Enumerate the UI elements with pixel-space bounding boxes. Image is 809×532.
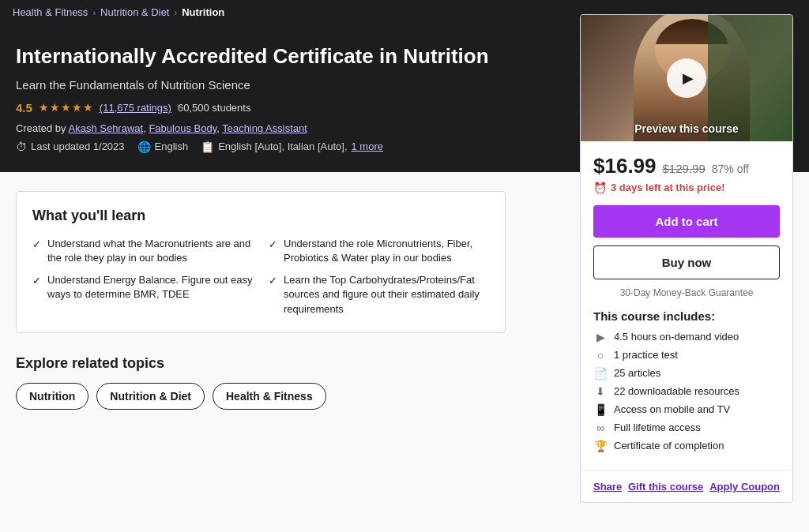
certificate-icon: 🏆 <box>593 440 608 452</box>
breadcrumb-current: Nutrition <box>182 6 224 18</box>
include-item-lifetime: ∞ Full lifetime access <box>593 421 780 434</box>
breadcrumb-sep-2: › <box>174 8 177 17</box>
include-text-test: 1 practice test <box>614 349 678 361</box>
include-item-mobile: 📱 Access on mobile and TV <box>593 403 780 416</box>
creator-3[interactable]: Teaching Assistant <box>222 122 307 134</box>
price-current: $16.99 <box>593 154 657 178</box>
meta-captions: 📋 English [Auto], Italian [Auto], 1 more <box>201 140 383 153</box>
check-icon-3: ✓ <box>269 238 277 252</box>
rating-score: 4.5 <box>16 101 32 114</box>
main-content: What you'll learn ✓ Understand what the … <box>0 172 521 429</box>
breadcrumb: Health & Fitness › Nutrition & Diet › Nu… <box>13 6 224 18</box>
learn-item-3: ✓ Understand the role Micronutrients, Fi… <box>269 237 489 265</box>
breadcrumb-sep-1: › <box>92 8 96 17</box>
main-layout: What you'll learn ✓ Understand what the … <box>0 172 809 519</box>
price-row: $16.99 $129.99 87% off <box>593 154 780 178</box>
check-icon-4: ✓ <box>269 274 277 288</box>
meta-updated-text: Last updated 1/2023 <box>31 140 125 152</box>
topic-pill-nutrition-diet[interactable]: Nutrition & Diet <box>96 383 205 410</box>
learn-text-1: Understand what the Macronutrients are a… <box>47 237 253 265</box>
creators-row: Created by Akash Sehrawat, Fabulous Body… <box>16 122 514 134</box>
check-icon-1: ✓ <box>32 238 41 252</box>
star-4: ★ <box>72 101 82 114</box>
learn-item-1: ✓ Understand what the Macronutrients are… <box>32 237 253 265</box>
coupon-link[interactable]: Apply Coupon <box>709 481 780 493</box>
meta-language: 🌐 English <box>137 140 189 153</box>
include-text-certificate: Certificate of completion <box>614 440 724 451</box>
breadcrumb-nutrition-diet[interactable]: Nutrition & Diet <box>100 6 169 18</box>
learn-text-2: Understand Energy Balance. Figure out ea… <box>47 273 253 302</box>
infinity-icon: ∞ <box>593 421 608 434</box>
includes-title: This course includes: <box>593 309 780 323</box>
learn-title: What you'll learn <box>32 208 489 224</box>
rating-row: 4.5 ★ ★ ★ ★ ★ (11,675 ratings) 60,500 st… <box>16 101 514 114</box>
alarm-icon: ⏰ <box>593 182 607 194</box>
check-icon-2: ✓ <box>32 274 41 288</box>
video-icon: ▶ <box>593 331 608 343</box>
includes-list: ▶ 4.5 hours on-demand video ○ 1 practice… <box>593 331 780 452</box>
price-original: $129.99 <box>663 162 706 175</box>
topic-pills: Nutrition Nutrition & Diet Health & Fitn… <box>16 383 506 410</box>
captions-icon: 📋 <box>201 140 214 153</box>
breadcrumb-health-fitness[interactable]: Health & Fitness <box>13 6 88 18</box>
buy-now-button[interactable]: Buy now <box>593 245 780 279</box>
rating-count[interactable]: (11,675 ratings) <box>100 102 171 114</box>
meta-updated: ⏱ Last updated 1/2023 <box>16 140 125 153</box>
learn-item-4: ✓ Learn the Top Carbohydrates/Proteins/F… <box>269 273 489 317</box>
price-discount: 87% off <box>712 163 749 175</box>
meta-row: ⏱ Last updated 1/2023 🌐 English 📋 Englis… <box>16 140 514 153</box>
share-link[interactable]: Share <box>593 481 622 493</box>
topic-pill-nutrition[interactable]: Nutrition <box>16 383 88 410</box>
urgency-banner: ⏰ 3 days left at this price! <box>593 182 780 194</box>
urgency-text: 3 days left at this price! <box>611 182 725 193</box>
include-text-resources: 22 downloadable resources <box>614 385 739 397</box>
download-icon: ⬇ <box>593 385 608 398</box>
star-2: ★ <box>50 101 60 114</box>
include-item-video: ▶ 4.5 hours on-demand video <box>593 331 780 343</box>
hero-left: Internationally Accredited Certificate i… <box>16 43 529 153</box>
preview-thumbnail[interactable]: Preview this course <box>581 15 792 141</box>
guarantee-text: 30-Day Money-Back Guarantee <box>593 287 780 298</box>
include-text-mobile: Access on mobile and TV <box>614 403 730 415</box>
include-text-articles: 25 articles <box>614 367 660 379</box>
star-rating: ★ ★ ★ ★ ★ <box>39 101 93 114</box>
students-count: 60,500 students <box>178 102 251 114</box>
meta-language-text: English <box>155 140 189 152</box>
star-1: ★ <box>39 101 49 114</box>
right-column: Preview this course $16.99 $129.99 87% o… <box>564 172 809 519</box>
clock-icon: ⏱ <box>16 140 27 153</box>
left-column: What you'll learn ✓ Understand what the … <box>0 172 564 519</box>
include-item-resources: ⬇ 22 downloadable resources <box>593 385 780 398</box>
globe-icon: 🌐 <box>137 140 151 153</box>
card-body: $16.99 $129.99 87% off ⏰ 3 days left at … <box>581 141 792 470</box>
creators-prefix: Created by <box>16 122 66 134</box>
explore-section: Explore related topics Nutrition Nutriti… <box>16 355 506 410</box>
preview-label: Preview this course <box>581 122 792 135</box>
explore-title: Explore related topics <box>16 355 506 372</box>
course-title: Internationally Accredited Certificate i… <box>16 43 514 70</box>
course-subtitle: Learn the Fundamentals of Nutrition Scie… <box>16 78 514 92</box>
star-half: ★ <box>83 101 93 114</box>
include-text-lifetime: Full lifetime access <box>614 421 701 433</box>
learn-grid: ✓ Understand what the Macronutrients are… <box>32 237 489 317</box>
include-item-test: ○ 1 practice test <box>593 349 780 362</box>
articles-icon: 📄 <box>593 367 608 380</box>
mobile-icon: 📱 <box>593 403 608 416</box>
learn-text-3: Understand the role Micronutrients, Fibe… <box>284 237 489 265</box>
captions-more[interactable]: 1 more <box>352 140 383 152</box>
gift-link[interactable]: Gift this course <box>628 481 703 493</box>
include-item-articles: 📄 25 articles <box>593 367 780 380</box>
meta-captions-text: English [Auto], Italian [Auto], <box>218 140 347 152</box>
creator-2[interactable]: Fabulous Body <box>149 122 216 134</box>
card-footer: Share Gift this course Apply Coupon <box>581 470 792 502</box>
play-button[interactable] <box>667 58 706 98</box>
learn-box: What you'll learn ✓ Understand what the … <box>16 191 506 333</box>
add-to-cart-button[interactable]: Add to cart <box>593 205 780 238</box>
test-icon: ○ <box>593 349 608 362</box>
creator-1[interactable]: Akash Sehrawat <box>69 122 144 134</box>
learn-item-2: ✓ Understand Energy Balance. Figure out … <box>32 273 253 317</box>
include-item-certificate: 🏆 Certificate of completion <box>593 440 780 452</box>
include-text-video: 4.5 hours on-demand video <box>614 331 739 343</box>
topic-pill-health-fitness[interactable]: Health & Fitness <box>213 383 326 410</box>
learn-text-4: Learn the Top Carbohydrates/Proteins/Fat… <box>284 273 489 317</box>
